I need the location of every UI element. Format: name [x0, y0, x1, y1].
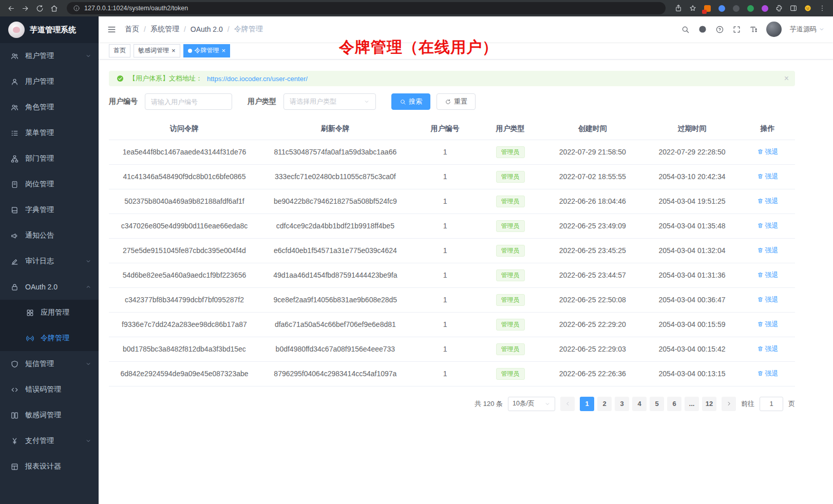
sidebar-item[interactable]: 应用管理	[0, 300, 99, 325]
bookmark-star-icon[interactable]	[686, 2, 699, 15]
user-avatar[interactable]	[766, 22, 782, 37]
extension-blue-icon[interactable]	[715, 2, 728, 15]
page-button[interactable]: 3	[615, 397, 629, 411]
refresh-token-cell: 8796295f04064c2983414cc54af1097a	[260, 361, 411, 386]
force-logout-button[interactable]: 强退	[757, 369, 779, 378]
hamburger-icon[interactable]	[107, 25, 117, 34]
sidebar-item-label: 角色管理	[25, 103, 54, 112]
page-button[interactable]: 12	[702, 397, 716, 411]
forward-icon[interactable]	[18, 2, 32, 15]
page-size-select[interactable]: 10条/页	[508, 397, 555, 411]
sidebar-item[interactable]: 审计日志	[0, 248, 99, 274]
sidebar-item[interactable]: 报表设计器	[0, 454, 99, 479]
help-icon[interactable]	[715, 25, 724, 34]
sidebar-item-label: 错误码管理	[25, 385, 61, 394]
sidebar-item-label: 部门管理	[25, 154, 54, 163]
puzzle-icon[interactable]	[772, 2, 786, 15]
github-icon[interactable]	[698, 25, 707, 34]
tab-item[interactable]: 令牌管理×	[183, 44, 231, 57]
menu-kebab-icon[interactable]	[816, 2, 829, 15]
sidebar-item[interactable]: 租户管理	[0, 43, 99, 69]
force-logout-button[interactable]: 强退	[757, 197, 779, 206]
extension-purple-icon[interactable]	[758, 2, 771, 15]
force-logout-button[interactable]: 强退	[757, 221, 779, 230]
breadcrumb-item: 令牌管理	[234, 25, 263, 34]
page-button[interactable]: 4	[632, 397, 647, 411]
doc-link[interactable]: https://doc.iocoder.cn/user-center/	[207, 75, 308, 83]
user-id-input[interactable]	[145, 93, 232, 110]
share-icon[interactable]	[672, 2, 685, 15]
sidebar-item[interactable]: 字典管理	[0, 197, 99, 223]
table-row: c342377bf8b344799dcbf7bf095287f29ce8ef2a…	[109, 287, 795, 312]
user-id-cell: 1	[411, 287, 480, 312]
browser-avatar-icon[interactable]	[801, 2, 815, 15]
tab-item[interactable]: 敏感词管理×	[134, 44, 180, 57]
table-body: 1ea5e44f8bc1467aaede43144f31de76811c5304…	[109, 140, 795, 386]
expire-time-cell: 2054-03-04 01:31:36	[644, 263, 740, 287]
sidebar-item[interactable]: 岗位管理	[0, 171, 99, 197]
sidebar-item[interactable]: 错误码管理	[0, 377, 99, 402]
page-button[interactable]: 5	[650, 397, 664, 411]
extension-green-icon[interactable]	[744, 2, 757, 15]
url-bar[interactable]: 127.0.0.1:1024/system/oauth2/token	[67, 2, 666, 14]
reset-button[interactable]: 重置	[437, 93, 476, 110]
breadcrumb-item[interactable]: OAuth 2.0	[191, 25, 223, 33]
force-logout-button[interactable]: 强退	[757, 246, 779, 255]
force-logout-button[interactable]: 强退	[757, 344, 779, 354]
page-button[interactable]: 2	[597, 397, 612, 411]
sidebar-item[interactable]: 角色管理	[0, 94, 99, 120]
sidebar-item-label: OAuth 2.0	[25, 283, 58, 291]
sidebar-item-label: 应用管理	[41, 308, 69, 317]
sidebar-item[interactable]: 令牌管理	[0, 325, 99, 351]
tag-bar: 首页敏感词管理×令牌管理×	[99, 42, 833, 60]
close-icon[interactable]: ×	[172, 47, 176, 54]
user-id-cell: 1	[411, 164, 480, 189]
sidebar-item-label: 报表设计器	[25, 462, 61, 471]
breadcrumb-item[interactable]: 首页	[125, 25, 139, 34]
signal-icon	[26, 334, 34, 343]
search-icon[interactable]	[681, 25, 690, 34]
create-time-cell: 2022-07-02 18:55:55	[541, 164, 644, 189]
home-icon[interactable]	[47, 2, 61, 15]
sidebar-item[interactable]: 用户管理	[0, 69, 99, 94]
fullscreen-icon[interactable]	[732, 25, 741, 34]
close-icon[interactable]: ×	[784, 74, 789, 83]
font-size-icon[interactable]	[749, 25, 758, 34]
reload-icon[interactable]	[33, 2, 46, 15]
access-token-cell: c347026e805e4d99b0d116eae66eda8c	[109, 214, 260, 238]
close-icon[interactable]: ×	[222, 47, 226, 54]
search-button[interactable]: 搜索	[391, 93, 430, 110]
tab-item[interactable]: 首页	[109, 44, 130, 57]
next-page-button[interactable]	[722, 397, 736, 411]
app-title: 芋道管理系统	[30, 25, 76, 35]
extension-dark-icon[interactable]	[729, 2, 743, 15]
sidebar-item[interactable]: 支付管理	[0, 428, 99, 454]
sidebar-item[interactable]: 部门管理	[0, 146, 99, 171]
side-panel-icon[interactable]	[787, 2, 800, 15]
goto-page-input[interactable]	[760, 397, 783, 411]
info-icon[interactable]	[73, 5, 80, 12]
sidebar-menu: 租户管理用户管理角色管理菜单管理部门管理岗位管理字典管理通知公告审计日志OAut…	[0, 43, 99, 504]
yen-icon	[10, 437, 19, 445]
sidebar-item[interactable]: 短信管理	[0, 351, 99, 377]
extension-orange-icon[interactable]	[701, 2, 714, 15]
force-logout-button[interactable]: 强退	[757, 270, 779, 280]
prev-page-button[interactable]	[560, 397, 575, 411]
back-icon[interactable]	[4, 2, 17, 15]
page-button[interactable]: 6	[667, 397, 681, 411]
force-logout-button[interactable]: 强退	[757, 295, 779, 304]
force-logout-button[interactable]: 强退	[757, 147, 779, 157]
username[interactable]: 芋道源码	[790, 25, 825, 34]
breadcrumb-item[interactable]: 系统管理	[150, 25, 179, 34]
user-type-select[interactable]: 请选择用户类型	[283, 93, 376, 110]
sidebar-item[interactable]: 菜单管理	[0, 120, 99, 146]
column-header: 操作	[740, 118, 795, 140]
pager-more-button[interactable]: ...	[685, 397, 699, 411]
expire-time-cell: 2054-03-04 00:13:15	[644, 361, 740, 386]
sidebar-item[interactable]: 敏感词管理	[0, 402, 99, 428]
sidebar-item[interactable]: OAuth 2.0	[0, 274, 99, 300]
sidebar-item[interactable]: 通知公告	[0, 223, 99, 248]
force-logout-button[interactable]: 强退	[757, 320, 779, 329]
force-logout-button[interactable]: 强退	[757, 172, 779, 181]
page-button[interactable]: 1	[580, 397, 594, 411]
